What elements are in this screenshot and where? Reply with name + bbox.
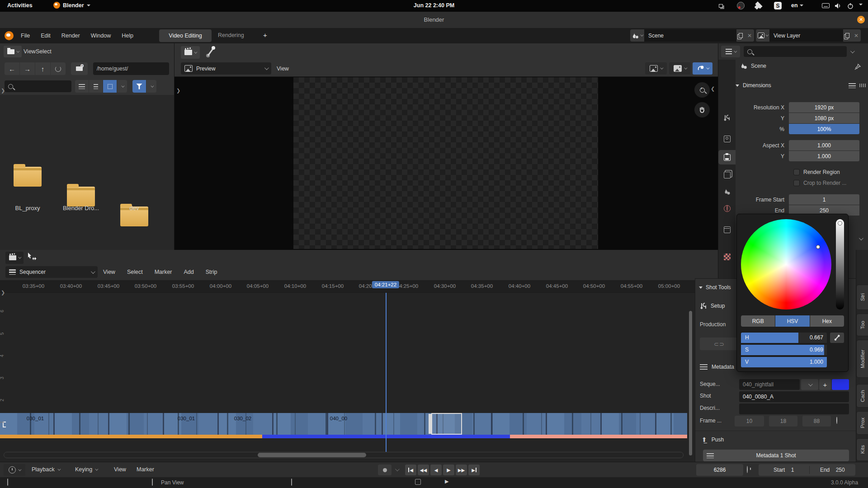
menu-item[interactable]: Window	[85, 33, 116, 39]
strip-bar-orange[interactable]	[0, 435, 262, 438]
strip-bar-salmon[interactable]	[510, 435, 687, 438]
frame-field-2[interactable]: 18	[769, 416, 797, 427]
scene-icon[interactable]	[630, 29, 644, 42]
frame-field-3[interactable]: 88	[802, 416, 831, 427]
playhead-badge[interactable]: 04:21+22	[372, 281, 399, 288]
scene-selector[interactable]: Scene ✕	[630, 29, 754, 42]
app-menu[interactable]: Blender	[53, 2, 90, 9]
auto-keyframe-button[interactable]	[378, 465, 392, 475]
aspect-x-field[interactable]: 1.000	[789, 140, 859, 150]
tab-texture[interactable]	[718, 249, 736, 264]
pin-icon[interactable]	[854, 63, 861, 72]
preview-mode-dropdown[interactable]: Preview	[181, 62, 271, 75]
sequence-field[interactable]: 040_nightfall	[739, 379, 800, 390]
resolution-x-field[interactable]: 1920 px	[789, 102, 859, 113]
tab-hex[interactable]: Hex	[810, 315, 844, 327]
render-region-checkbox[interactable]	[793, 169, 800, 175]
tab-scene[interactable]	[718, 184, 736, 199]
overlay-display-button[interactable]	[669, 62, 691, 75]
eyedropper-button[interactable]	[830, 333, 844, 343]
activities-button[interactable]: Activities	[7, 2, 33, 9]
workspace-tab-rendering[interactable]: Rendering	[218, 32, 244, 38]
sequencer-menu-item[interactable]: Marker	[155, 269, 172, 275]
sequencer-view-type-dropdown[interactable]: Sequencer	[5, 266, 98, 278]
link-button[interactable]: ⊂⊃	[700, 338, 739, 350]
gizmo-button[interactable]	[693, 62, 712, 75]
file-menu-item[interactable]: View	[24, 48, 36, 55]
workspace-add-button[interactable]: +	[263, 31, 267, 39]
end-field[interactable]: End 250	[810, 467, 855, 473]
editor-type-sequencer-button[interactable]	[5, 252, 24, 264]
view-layer-selector[interactable]: View Layer ✕	[756, 29, 861, 42]
frame-refresh-button[interactable]	[836, 417, 837, 423]
file-search-input[interactable]	[5, 80, 71, 92]
play-reverse-button[interactable]: ◀	[430, 465, 442, 475]
new-folder-button[interactable]: +	[71, 62, 88, 75]
power-icon[interactable]	[847, 3, 854, 9]
resolution-y-field[interactable]: 1080 px	[789, 113, 859, 123]
up-button[interactable]: ↑	[35, 62, 50, 75]
volume-icon[interactable]	[835, 3, 841, 9]
menu-item[interactable]: Help	[116, 33, 139, 39]
vertical-scrollbar-thumb[interactable]	[689, 311, 692, 455]
keyboard-icon[interactable]	[822, 3, 830, 8]
editor-type-properties-button[interactable]	[721, 46, 740, 57]
skype-tray-icon[interactable]: S	[774, 2, 782, 9]
description-field[interactable]	[739, 404, 849, 414]
back-button[interactable]: ←	[5, 62, 19, 75]
tab-world[interactable]	[718, 201, 736, 216]
keying-set-chevron[interactable]	[395, 467, 400, 471]
timeline-view-menu[interactable]: View	[114, 466, 126, 473]
filter-chevron[interactable]	[146, 80, 156, 93]
move-tool-icon[interactable]	[26, 252, 37, 265]
timeline-ruler[interactable]: 03:35+0003:40+0003:45+0003:50+0003:55+00…	[0, 280, 695, 293]
dimensions-panel-header[interactable]: Dimensions	[736, 82, 868, 89]
aspect-y-field[interactable]: 1.000	[789, 151, 859, 161]
view-layer-icon[interactable]	[756, 29, 769, 42]
color-wheel-cursor[interactable]	[816, 245, 820, 249]
preview-toolbar-chevron[interactable]: ❯	[176, 88, 180, 94]
timeline-marker-menu[interactable]: Marker	[137, 466, 154, 473]
dropbox-tray-icon[interactable]	[756, 2, 760, 6]
frame-start-field[interactable]: 1	[789, 194, 859, 205]
shot-tools-header[interactable]: Shot Tools	[699, 284, 731, 291]
copy-scene-icon[interactable]	[736, 29, 745, 42]
sidebar-tab-too[interactable]: Too	[856, 314, 868, 336]
sidebar-tab-kits[interactable]: Kits	[856, 438, 868, 461]
playback-menu[interactable]: Playback	[32, 466, 60, 473]
jump-to-end-button[interactable]: ▶	[468, 465, 480, 475]
forward-button[interactable]: →	[20, 62, 35, 75]
color-wheel[interactable]	[741, 219, 831, 310]
clock[interactable]: Jun 22 2:40 PM	[414, 2, 454, 9]
value-slider-knob[interactable]	[838, 221, 842, 225]
properties-options-chevron[interactable]	[850, 49, 855, 53]
obs-tray-icon[interactable]	[737, 2, 745, 9]
saturation-slider[interactable]: S 0.969	[741, 345, 827, 355]
detail-view-button[interactable]	[89, 80, 103, 93]
push-section-header[interactable]: ⬆̲ Push	[702, 436, 724, 443]
prev-keyframe-button[interactable]: ◀◀	[418, 465, 429, 475]
hue-slider[interactable]: H 0.667	[741, 333, 827, 343]
sequence-dropdown[interactable]	[801, 379, 818, 390]
sequencer-menu-item[interactable]: Strip	[206, 269, 217, 275]
display-settings-chevron[interactable]	[117, 80, 127, 93]
selected-strip[interactable]	[431, 413, 462, 435]
keying-menu[interactable]: Keying	[75, 466, 97, 473]
menu-item[interactable]: Render	[56, 33, 85, 39]
system-menu-chevron[interactable]	[859, 4, 863, 5]
screenshare-icon[interactable]	[717, 3, 724, 9]
tab-rgb[interactable]: RGB	[741, 315, 775, 327]
menu-item[interactable]: File	[15, 33, 35, 39]
refresh-button[interactable]	[51, 62, 66, 75]
tab-render[interactable]	[718, 131, 736, 146]
language-indicator[interactable]: en	[791, 2, 803, 9]
list-view-button[interactable]	[75, 80, 89, 93]
sidebar-tab-prox[interactable]: Prox	[856, 411, 868, 435]
path-field[interactable]: /home/guest/	[93, 62, 169, 75]
preview-pan-button[interactable]	[694, 102, 710, 117]
play-button[interactable]: ▶	[443, 465, 454, 475]
tab-output[interactable]	[718, 150, 736, 164]
start-field[interactable]: Start 1	[759, 467, 809, 473]
jump-to-start-button[interactable]: ◀	[405, 465, 416, 475]
editor-type-preview-button[interactable]	[181, 46, 200, 59]
